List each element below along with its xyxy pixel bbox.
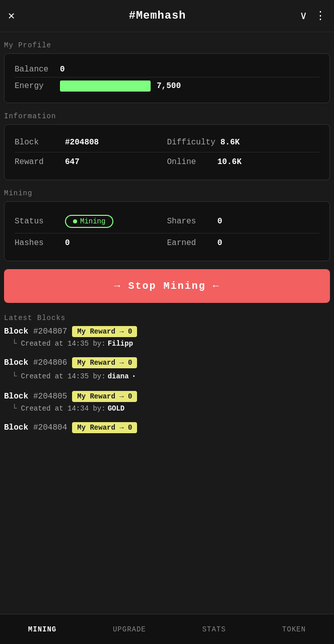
block-label-1: Block xyxy=(4,358,28,367)
block-creator-corner-icon-2: └ xyxy=(12,404,17,413)
block-creator-corner-icon-1: └ xyxy=(12,372,17,381)
shares-label: Shares xyxy=(167,217,213,226)
block-label-0: Block xyxy=(4,327,28,336)
block-item-header: Block #204806 My Reward → 0 xyxy=(4,357,330,368)
energy-row: Energy 7,500 xyxy=(15,77,319,95)
creator-name-2: GOLD xyxy=(108,405,125,413)
list-item: Block #204807 My Reward → 0 └ Created at… xyxy=(4,326,330,348)
reward-cell: Reward 647 xyxy=(15,152,167,172)
hashes-cell: Hashes 0 xyxy=(15,233,167,253)
status-label: Status xyxy=(15,217,60,226)
more-options-icon[interactable]: ⋮ xyxy=(315,9,326,23)
app-header: ✕ #Memhash ∨ ⋮ xyxy=(0,0,334,32)
list-item: Block #204805 My Reward → 0 └ Created at… xyxy=(4,391,330,413)
reward-label: Reward xyxy=(15,157,60,167)
balance-label: Balance xyxy=(15,65,60,74)
block-creator-2: └ Created at 14:34 by: GOLD xyxy=(12,404,330,413)
block-cell: Block #204808 xyxy=(15,133,167,152)
reward-badge-3: My Reward → 0 xyxy=(72,422,137,433)
profile-card: Balance 0 Energy 7,500 xyxy=(4,53,330,103)
bottom-nav: MINING UPGRADE STATS TOKEN xyxy=(0,614,334,644)
block-creator-0: └ Created at 14:35 by: Filipp xyxy=(12,339,330,348)
block-label: Block xyxy=(15,138,60,147)
reward-badge-0: My Reward → 0 xyxy=(72,326,137,337)
page-title: #Memhash xyxy=(129,10,186,22)
main-content: My Profile Balance 0 Energy 7,500 Inform… xyxy=(0,41,334,518)
stop-mining-button[interactable]: → Stop Mining ← xyxy=(4,269,330,303)
reward-badge-2: My Reward → 0 xyxy=(72,391,137,402)
block-item-header: Block #204805 My Reward → 0 xyxy=(4,391,330,402)
creator-name-0: Filipp xyxy=(108,340,133,348)
block-value: #204808 xyxy=(65,138,99,147)
hashes-value: 0 xyxy=(65,238,70,248)
list-item: Block #204804 My Reward → 0 xyxy=(4,422,330,433)
energy-bar xyxy=(60,80,151,92)
mining-section-label: Mining xyxy=(4,189,334,197)
status-cell: Status Mining xyxy=(15,210,167,233)
blocks-list: Block #204807 My Reward → 0 └ Created at… xyxy=(4,326,330,482)
energy-bar-container: 7,500 xyxy=(60,80,181,92)
mining-badge-dot xyxy=(73,219,77,223)
energy-label: Energy xyxy=(15,82,60,91)
information-section-label: Information xyxy=(4,112,334,120)
block-number-2: #204805 xyxy=(33,392,67,401)
balance-value: 0 xyxy=(60,65,65,74)
earned-label: Earned xyxy=(167,238,213,248)
nav-item-stats[interactable]: STATS xyxy=(194,620,234,638)
chevron-down-icon[interactable]: ∨ xyxy=(300,9,307,23)
earned-cell: Earned 0 xyxy=(167,233,320,253)
reward-value: 647 xyxy=(65,157,80,167)
nav-item-mining[interactable]: MINING xyxy=(20,620,64,638)
information-card: Block #204808 Difficulty 8.6K Reward 647… xyxy=(4,124,330,180)
nav-item-token[interactable]: TOKEN xyxy=(274,620,314,638)
online-cell: Online 10.6K xyxy=(167,152,320,172)
info-grid: Block #204808 Difficulty 8.6K Reward 647… xyxy=(15,133,319,172)
earned-value: 0 xyxy=(218,238,223,248)
block-item-header: Block #204804 My Reward → 0 xyxy=(4,422,330,433)
created-at-text-1: Created at 14:35 by: xyxy=(21,372,106,380)
mining-status-badge: Mining xyxy=(65,215,113,228)
difficulty-value: 8.6K xyxy=(221,138,240,147)
created-at-text-2: Created at 14:34 by: xyxy=(21,405,106,413)
energy-value: 7,500 xyxy=(157,82,181,91)
block-label-3: Block xyxy=(4,423,28,432)
header-left: ✕ xyxy=(8,9,15,23)
latest-blocks-section-label: Latest Blocks xyxy=(4,314,334,322)
difficulty-label: Difficulty xyxy=(167,138,216,147)
block-number-1: #204806 xyxy=(33,358,67,367)
mining-grid: Status Mining Shares 0 Hashes 0 Earned 0 xyxy=(15,210,319,253)
header-right: ∨ ⋮ xyxy=(300,9,326,23)
creator-name-1: diana xyxy=(108,372,129,380)
block-creator-1: └ Created at 14:35 by: diana · xyxy=(12,370,330,382)
difficulty-cell: Difficulty 8.6K xyxy=(167,133,320,152)
nav-item-upgrade[interactable]: UPGRADE xyxy=(105,620,154,638)
balance-row: Balance 0 xyxy=(15,62,319,77)
block-label-2: Block xyxy=(4,392,28,401)
block-creator-corner-icon-0: └ xyxy=(12,339,17,348)
block-number-0: #204807 xyxy=(33,327,67,336)
close-icon[interactable]: ✕ xyxy=(8,9,15,23)
list-item: Block #204806 My Reward → 0 └ Created at… xyxy=(4,357,330,382)
mining-badge-text: Mining xyxy=(80,217,105,225)
shares-cell: Shares 0 xyxy=(167,210,320,233)
reward-badge-1: My Reward → 0 xyxy=(72,357,137,368)
created-at-text-0: Created at 14:35 by: xyxy=(21,340,106,348)
hashes-label: Hashes xyxy=(15,238,60,248)
creator-dot-1: · xyxy=(131,370,137,382)
block-item-header: Block #204807 My Reward → 0 xyxy=(4,326,330,337)
block-number-3: #204804 xyxy=(33,423,67,432)
mining-card: Status Mining Shares 0 Hashes 0 Earned 0 xyxy=(4,201,330,261)
shares-value: 0 xyxy=(218,217,223,226)
online-label: Online xyxy=(167,157,213,167)
online-value: 10.6K xyxy=(218,157,242,167)
profile-section-label: My Profile xyxy=(4,41,334,49)
